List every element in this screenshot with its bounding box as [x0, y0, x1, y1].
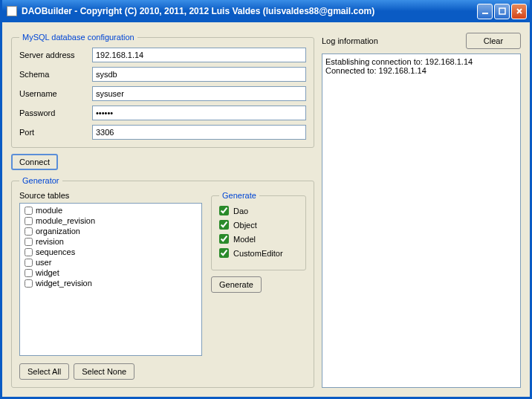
maximize-button[interactable]	[494, 4, 510, 19]
table-checkbox[interactable]	[25, 238, 33, 246]
generator-legend: Generator	[19, 176, 62, 185]
table-checkbox[interactable]	[25, 217, 33, 225]
svg-rect-1	[499, 8, 505, 14]
schema-input[interactable]	[92, 67, 306, 82]
customeditor-checkbox[interactable]	[219, 248, 229, 258]
table-item[interactable]: module	[22, 205, 200, 215]
username-label: Username	[19, 89, 92, 98]
dao-label: Dao	[233, 207, 248, 215]
table-item[interactable]: module_revision	[22, 215, 200, 226]
table-label: sequences	[36, 247, 75, 256]
log-textarea[interactable]: Establishing connection to: 192.168.1.14…	[322, 53, 521, 388]
titlebar[interactable]: DAOBuilder - Copyright (C) 2010, 2011, 2…	[2, 0, 530, 22]
table-item[interactable]: revision	[22, 236, 200, 247]
generator-group: Generator Source tables modulemodule_rev…	[11, 176, 314, 388]
table-label: widget_revision	[36, 279, 92, 288]
generate-button[interactable]: Generate	[211, 276, 262, 293]
table-label: widget	[36, 268, 59, 277]
table-checkbox[interactable]	[25, 227, 33, 236]
table-checkbox[interactable]	[25, 207, 33, 215]
table-item[interactable]: widget_revision	[22, 278, 200, 288]
table-checkbox[interactable]	[25, 248, 33, 256]
schema-label: Schema	[19, 70, 92, 79]
clear-log-button[interactable]: Clear	[466, 33, 521, 49]
table-label: organization	[36, 227, 80, 236]
table-item[interactable]: user	[22, 257, 200, 267]
table-checkbox[interactable]	[25, 269, 33, 277]
table-checkbox[interactable]	[25, 279, 33, 288]
svg-rect-0	[482, 13, 488, 14]
table-item[interactable]: widget	[22, 267, 200, 278]
window-title: DAOBuilder - Copyright (C) 2010, 2011, 2…	[22, 6, 477, 16]
table-item[interactable]: organization	[22, 226, 200, 236]
db-config-legend: MySQL database configuration	[19, 33, 137, 42]
table-label: revision	[36, 237, 64, 246]
log-line: Connected to: 192.168.1.14	[325, 66, 517, 75]
username-input[interactable]	[92, 86, 306, 101]
source-tables-label: Source tables	[19, 191, 202, 200]
log-label: Log information	[322, 36, 466, 45]
server-label: Server address	[19, 51, 92, 59]
customeditor-label: CustomEditor	[233, 249, 283, 258]
generate-legend: Generate	[219, 191, 259, 200]
password-label: Password	[19, 108, 92, 117]
model-label: Model	[233, 235, 256, 244]
generate-options-group: Generate Dao Object Model CustomEditor	[211, 191, 306, 270]
object-label: Object	[233, 221, 257, 230]
db-config-group: MySQL database configuration Server addr…	[11, 33, 314, 148]
table-checkbox[interactable]	[25, 259, 33, 267]
minimize-button[interactable]	[477, 4, 493, 19]
port-input[interactable]	[92, 125, 306, 140]
select-none-button[interactable]: Select None	[74, 363, 134, 380]
connect-button[interactable]: Connect	[11, 154, 58, 170]
close-button[interactable]	[511, 4, 527, 19]
app-window: DAOBuilder - Copyright (C) 2010, 2011, 2…	[0, 0, 532, 399]
select-all-button[interactable]: Select All	[19, 363, 69, 380]
object-checkbox[interactable]	[219, 220, 229, 230]
app-icon	[7, 6, 17, 16]
source-tables-list[interactable]: modulemodule_revisionorganizationrevisio…	[19, 203, 202, 356]
model-checkbox[interactable]	[219, 234, 229, 244]
server-input[interactable]	[92, 48, 306, 62]
table-label: module	[36, 206, 62, 215]
dao-checkbox[interactable]	[219, 206, 229, 215]
table-label: module_revision	[36, 216, 95, 225]
port-label: Port	[19, 128, 92, 137]
table-label: user	[36, 258, 51, 267]
table-item[interactable]: sequences	[22, 247, 200, 257]
log-line: Establishing connection to: 192.168.1.14	[325, 57, 517, 66]
password-input[interactable]	[92, 106, 306, 120]
